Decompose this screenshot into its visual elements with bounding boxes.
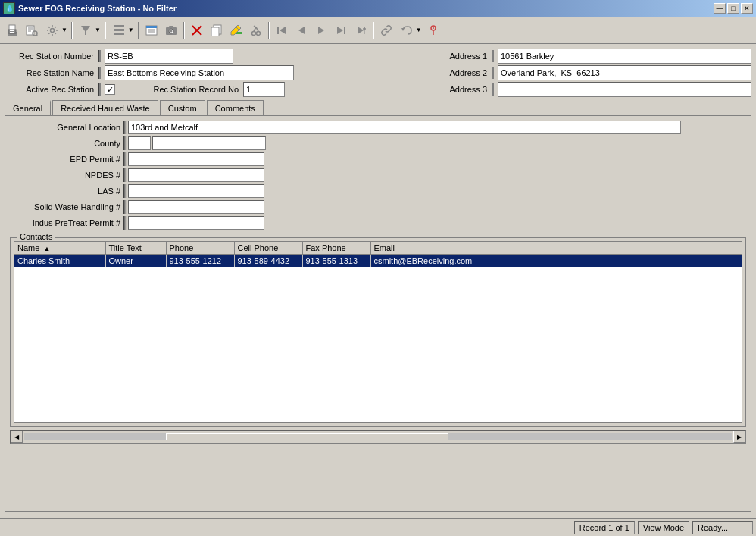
view-dropdown[interactable]: ▼ — [109, 20, 135, 40]
svg-line-35 — [256, 27, 258, 31]
horizontal-scrollbar[interactable]: ◀ ▶ — [10, 430, 746, 444]
svg-line-34 — [254, 27, 256, 31]
form-sep-epd — [123, 152, 127, 166]
export-button[interactable] — [142, 21, 161, 39]
undo-icon — [398, 21, 416, 39]
field-sep-rsnm — [98, 67, 102, 79]
address1-label: Address 1 — [436, 52, 489, 61]
settings-dropdown[interactable]: ▼ — [42, 20, 68, 40]
address1-input[interactable] — [498, 49, 751, 64]
cut-button[interactable] — [247, 21, 265, 39]
col-phone[interactable]: Phone — [166, 242, 234, 255]
scroll-right-button[interactable]: ▶ — [733, 431, 745, 443]
edit-button[interactable] — [227, 21, 245, 39]
contact-row-0[interactable]: Charles Smith Owner 913-555-1212 913-589… — [14, 255, 742, 268]
separator-5 — [268, 22, 270, 39]
scroll-track[interactable] — [24, 433, 732, 440]
general-location-input[interactable] — [128, 121, 681, 134]
print-button[interactable] — [3, 21, 21, 39]
map-button[interactable] — [424, 21, 442, 39]
rec-station-name-input[interactable] — [105, 65, 294, 80]
print-preview-button[interactable] — [23, 21, 41, 39]
view-mode: View Mode — [638, 521, 689, 534]
tab-comments[interactable]: Comments — [207, 100, 264, 115]
npdes-input[interactable] — [128, 168, 264, 182]
scroll-left-button[interactable]: ◀ — [11, 431, 23, 443]
col-cell-phone[interactable]: Cell Phone — [234, 242, 302, 255]
svg-rect-2 — [8, 30, 16, 33]
main-content: Rec Station Number Address 1 Rec Station… — [0, 44, 756, 518]
delete-button[interactable] — [188, 21, 206, 39]
tab-custom[interactable]: Custom — [160, 100, 205, 115]
nav-first-button[interactable] — [273, 21, 291, 39]
address3-label: Address 3 — [436, 85, 489, 94]
separator-1 — [71, 22, 73, 39]
active-rec-station-checkbox[interactable]: ✓ — [105, 84, 115, 95]
svg-marker-12 — [81, 26, 90, 35]
form-sep-sw — [123, 200, 127, 214]
rec-station-record-no-input[interactable] — [243, 82, 285, 97]
solid-waste-input[interactable] — [128, 200, 264, 214]
tab-received-hauled-waste[interactable]: Received Hauled Waste — [52, 100, 158, 115]
nav-new-button[interactable] — [351, 21, 370, 39]
address3-input[interactable] — [498, 82, 751, 97]
svg-point-50 — [433, 27, 434, 29]
header-row-1: Rec Station Number Address 1 — [5, 49, 751, 64]
sort-asc-icon: ▲ — [43, 245, 50, 252]
close-button[interactable]: ✕ — [741, 3, 753, 14]
undo-dropdown[interactable]: ▼ — [397, 20, 423, 40]
epd-permit-row: EPD Permit # — [10, 152, 746, 166]
address2-input[interactable] — [498, 65, 751, 80]
rec-station-number-input[interactable] — [105, 49, 233, 64]
svg-point-32 — [251, 31, 255, 35]
filter-dropdown[interactable]: ▼ — [76, 20, 102, 40]
indus-pretreat-input[interactable] — [128, 216, 264, 230]
camera-button[interactable] — [162, 21, 180, 39]
form-sep-las — [123, 184, 127, 198]
las-label: LAS # — [10, 187, 123, 196]
scroll-thumb[interactable] — [166, 433, 449, 440]
form-sep-ipt — [123, 216, 127, 230]
col-name[interactable]: Name ▲ — [14, 242, 105, 255]
field-sep-addr3 — [492, 83, 495, 96]
contact-phone-0: 913-555-1212 — [166, 255, 234, 268]
svg-marker-39 — [298, 27, 305, 34]
las-row: LAS # — [10, 184, 746, 198]
contact-name-0: Charles Smith — [14, 255, 105, 268]
maximize-button[interactable]: □ — [727, 3, 739, 14]
copy-button[interactable] — [208, 21, 226, 39]
indus-pretreat-label: Indus PreTreat Permit # — [10, 218, 123, 227]
contacts-table-header: Name ▲ Title Text Phone Cell Phone — [14, 242, 742, 255]
rec-station-name-label: Rec Station Name — [5, 68, 95, 77]
nav-last-button[interactable] — [332, 21, 350, 39]
minimize-button[interactable]: — — [714, 3, 726, 14]
epd-permit-label: EPD Permit # — [10, 155, 123, 164]
tab-general[interactable]: General — [5, 100, 51, 115]
separator-4 — [183, 22, 185, 39]
filter-icon — [77, 21, 95, 39]
col-fax-phone[interactable]: Fax Phone — [302, 242, 370, 255]
svg-marker-47 — [401, 28, 405, 31]
col-email[interactable]: Email — [370, 242, 742, 255]
app-icon: 💧 — [3, 2, 15, 14]
col-title-text[interactable]: Title Text — [105, 242, 166, 255]
link-button[interactable] — [377, 21, 395, 39]
indus-pretreat-row: Indus PreTreat Permit # — [10, 216, 746, 230]
status-bar: Record 1 of 1 View Mode Ready... — [0, 518, 756, 536]
epd-permit-input[interactable] — [128, 152, 264, 166]
contact-fax-0: 913-555-1313 — [302, 255, 370, 268]
svg-rect-28 — [211, 27, 219, 36]
svg-point-33 — [256, 31, 260, 35]
settings-icon — [43, 21, 61, 39]
svg-rect-17 — [146, 26, 157, 28]
separator-2 — [105, 22, 106, 39]
field-sep-addr2 — [492, 67, 495, 79]
svg-rect-13 — [114, 25, 124, 27]
field-sep-rsn — [98, 50, 102, 62]
las-input[interactable] — [128, 184, 264, 198]
county-name-input[interactable] — [152, 136, 266, 150]
nav-next-button[interactable] — [312, 21, 330, 39]
nav-prev-button[interactable] — [292, 21, 311, 39]
county-code-input[interactable] — [128, 136, 151, 150]
npdes-row: NPDES # — [10, 168, 746, 182]
